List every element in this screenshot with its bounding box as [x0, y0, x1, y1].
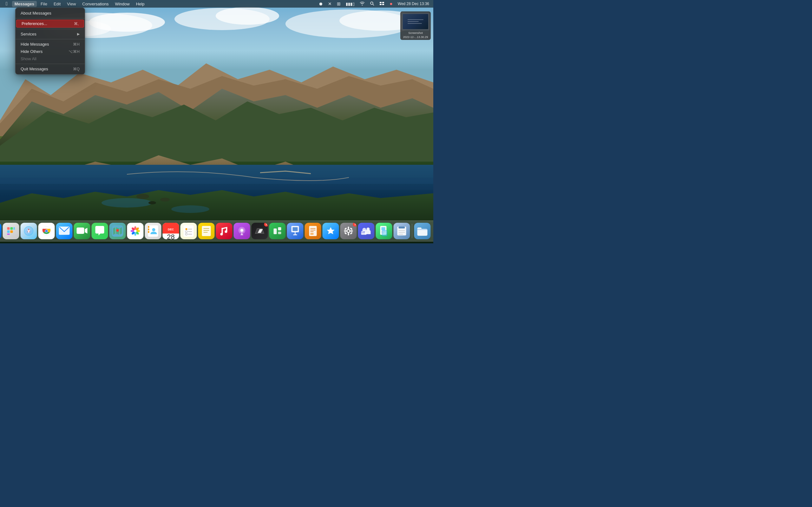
screenshot-preview-content	[408, 19, 423, 24]
wifi-icon[interactable]	[358, 1, 366, 7]
svg-rect-105	[348, 233, 349, 235]
menubar-window[interactable]: Window	[112, 1, 132, 7]
svg-rect-108	[344, 228, 347, 230]
dock-icon-photos[interactable]	[127, 223, 144, 239]
svg-rect-79	[202, 226, 211, 236]
notification-icon[interactable]: ●	[388, 0, 394, 7]
dock-icon-appletv[interactable]: 1	[252, 223, 268, 239]
svg-rect-111	[350, 232, 352, 234]
datetime[interactable]: Wed 28 Dec 13:36	[396, 1, 431, 7]
preview-line-3	[408, 23, 422, 24]
svg-rect-109	[350, 228, 352, 230]
svg-rect-39	[10, 230, 13, 233]
svg-rect-121	[399, 227, 405, 228]
svg-rect-101	[310, 233, 314, 235]
svg-rect-110	[344, 232, 347, 234]
svg-rect-24	[380, 2, 382, 3]
preview-line-1	[408, 19, 423, 20]
svg-rect-69	[148, 228, 149, 230]
screenshot-preview-image	[402, 13, 429, 31]
dock-icon-teams[interactable]	[358, 223, 374, 239]
menu-item-quit[interactable]: Quit Messages ⌘Q	[15, 65, 85, 72]
apple-menu[interactable]: 	[3, 0, 11, 7]
menu-item-preferences[interactable]: Preferences... ⌘,	[16, 20, 84, 27]
svg-point-20	[160, 198, 170, 202]
dock-icon-finder[interactable]	[0, 223, 2, 239]
dock-icon-calendar[interactable]: DEC 28	[163, 223, 179, 239]
dock-icon-keynote[interactable]	[287, 223, 304, 239]
menubar-messages[interactable]: Messages	[12, 1, 37, 7]
svg-point-66	[134, 230, 137, 232]
menubar-edit[interactable]: Edit	[51, 1, 63, 7]
dock-icon-safari[interactable]	[20, 223, 37, 239]
chevron-right-icon: ▶	[77, 32, 80, 36]
dock-icon-notes[interactable]	[198, 223, 215, 239]
screen-record-icon[interactable]: ⏺	[317, 1, 324, 7]
svg-rect-52	[77, 228, 84, 234]
dock-icon-facetime[interactable]	[74, 223, 90, 239]
svg-point-83	[241, 229, 244, 232]
svg-rect-96	[293, 227, 298, 231]
dock-icon-appstore[interactable]	[322, 223, 339, 239]
menubar-file[interactable]: File	[38, 1, 50, 7]
dock-icon-pages[interactable]	[305, 223, 321, 239]
dock-icon-maps[interactable]	[109, 223, 126, 239]
svg-rect-35	[7, 227, 10, 230]
svg-rect-70	[148, 231, 149, 233]
svg-rect-104	[348, 227, 349, 229]
dock-icon-trash[interactable]: Paint X Lite	[432, 223, 434, 239]
menubar-help[interactable]: Help	[134, 1, 147, 7]
dock-icon-music[interactable]	[216, 223, 233, 239]
svg-rect-92	[278, 232, 281, 234]
menubar-view[interactable]: View	[64, 1, 78, 7]
dock-icon-podcasts[interactable]	[234, 223, 250, 239]
screenshot-filename-label: Screenshot	[402, 32, 429, 35]
screenshot-timestamp-label: 2022-12-...13.30.29	[402, 36, 429, 39]
svg-rect-26	[380, 4, 382, 5]
screenshot-preview-inner	[403, 14, 428, 29]
menu-divider-1	[15, 18, 85, 18]
svg-point-21	[148, 201, 156, 205]
svg-rect-25	[382, 2, 384, 3]
display-icon[interactable]: ⊞	[335, 1, 342, 7]
dock-icon-mail[interactable]	[56, 223, 72, 239]
dock-icon-systemprefs[interactable]: 1	[340, 223, 357, 239]
menubar-conversations[interactable]: Conversations	[80, 1, 111, 7]
control-center-icon[interactable]	[378, 1, 386, 7]
menu-divider-4	[15, 64, 85, 64]
svg-rect-68	[148, 226, 149, 228]
dock-icon-messages[interactable]	[92, 223, 108, 239]
dock-icon-numbers[interactable]	[269, 223, 286, 239]
menubar-left:  Messages File Edit View Conversations …	[3, 0, 147, 7]
dock-icon-contacts[interactable]	[145, 223, 161, 239]
menubar:  Messages File Edit View Conversations …	[0, 0, 433, 8]
dock-icon-folder[interactable]	[414, 223, 431, 239]
dock-icon-reminders[interactable]	[181, 223, 197, 239]
bluetooth-icon[interactable]: ✕	[326, 1, 334, 7]
svg-rect-40	[7, 233, 10, 235]
dock: DEC 28	[0, 221, 433, 241]
svg-rect-15	[0, 177, 433, 190]
menu-item-hide-others[interactable]: Hide Others ⌥⌘H	[15, 48, 85, 55]
battery-icon[interactable]: ▮▮▮▯	[344, 1, 356, 7]
svg-rect-116	[382, 227, 386, 230]
svg-point-22	[370, 2, 373, 4]
svg-rect-27	[382, 4, 384, 5]
svg-rect-37	[14, 227, 15, 230]
menubar-right: ⏺ ✕ ⊞ ▮▮▮▯ ● Wed 28 Dec 13	[317, 0, 431, 7]
menu-item-about[interactable]: About Messages	[15, 9, 85, 17]
dock-divider	[412, 224, 412, 238]
messages-menu: About Messages Preferences... ⌘, Service…	[15, 8, 85, 74]
screenshot-thumbnail[interactable]: Screenshot 2022-12-...13.30.29	[400, 11, 431, 40]
menu-item-hide[interactable]: Hide Messages ⌘H	[15, 41, 85, 48]
dock-icon-preview[interactable]	[376, 223, 392, 239]
calendar-month-header: DEC	[163, 223, 179, 233]
dock-icon-archive[interactable]	[394, 223, 410, 239]
menu-item-services[interactable]: Services ▶	[15, 31, 85, 38]
search-icon[interactable]	[368, 1, 376, 7]
svg-rect-72	[184, 225, 194, 237]
dock-icon-launchpad[interactable]	[3, 223, 19, 239]
menu-divider-3	[15, 39, 85, 39]
dock-icon-chrome[interactable]	[38, 223, 55, 239]
svg-marker-53	[85, 228, 88, 233]
